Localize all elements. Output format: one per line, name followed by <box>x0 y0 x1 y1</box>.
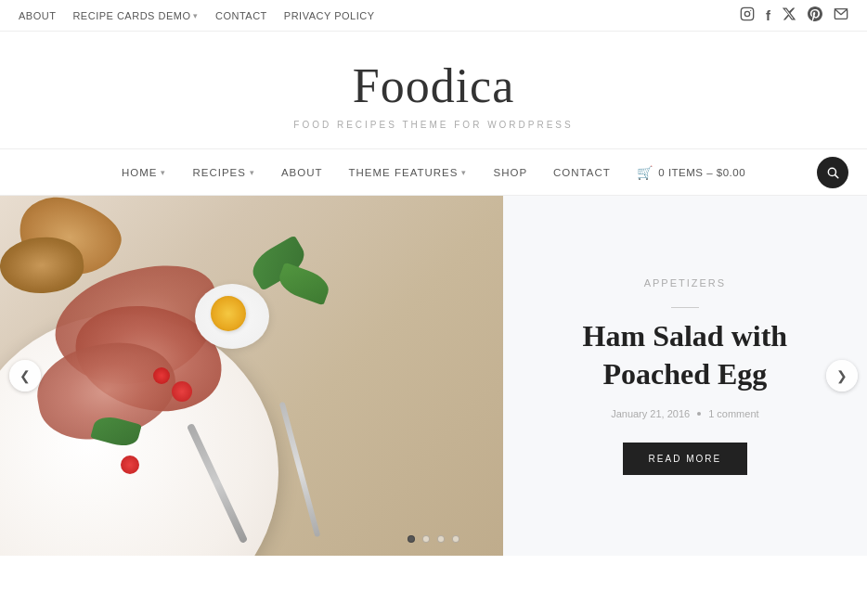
pinterest-icon[interactable] <box>808 6 822 25</box>
basil-leaf-2 <box>276 263 333 306</box>
slider-dot-2[interactable] <box>422 535 430 543</box>
recipe-cards-arrow-icon: ▾ <box>193 11 199 20</box>
hero-slider: ❮ Appetizers Ham Salad with Poached Egg <box>0 196 867 556</box>
top-bar: ABOUT RECIPE CARDS DEMO ▾ CONTACT PRIVAC… <box>0 0 867 32</box>
main-nav-items: HOME ▾ RECIPES ▾ ABOUT THEME FEATURES ▾ … <box>109 149 758 196</box>
hero-divider <box>671 307 699 308</box>
twitter-icon[interactable] <box>782 6 796 25</box>
hero-category: Appetizers <box>644 277 726 289</box>
search-button[interactable] <box>817 157 848 188</box>
nav-about[interactable]: ABOUT <box>268 149 336 196</box>
nav-theme-features[interactable]: THEME FEATURES ▾ <box>336 149 481 196</box>
social-icons: f <box>740 6 848 25</box>
svg-rect-0 <box>741 7 753 19</box>
nav-recipes[interactable]: RECIPES ▾ <box>179 149 268 196</box>
knife <box>279 402 321 537</box>
hero-title: Ham Salad with Poached Egg <box>540 317 830 394</box>
svg-line-5 <box>835 174 838 177</box>
hero-comments: 1 comment <box>708 408 758 419</box>
top-nav: ABOUT RECIPE CARDS DEMO ▾ CONTACT PRIVAC… <box>19 10 375 21</box>
instagram-icon[interactable] <box>740 6 755 25</box>
facebook-icon[interactable]: f <box>766 7 770 23</box>
home-arrow-icon: ▾ <box>161 168 166 177</box>
svg-point-2 <box>750 9 751 10</box>
theme-features-arrow-icon: ▾ <box>461 168 467 177</box>
top-nav-recipe-cards[interactable]: RECIPE CARDS DEMO ▾ <box>72 10 199 21</box>
hero-image <box>0 196 503 556</box>
recipes-arrow-icon: ▾ <box>250 168 255 177</box>
hero-date: January 21, 2016 <box>611 408 690 419</box>
site-description: FOOD RECIPES THEME FOR WORDPRESS <box>19 120 848 130</box>
egg-yolk <box>211 296 246 331</box>
site-title[interactable]: Foodica <box>19 59 848 112</box>
slider-prev-button[interactable]: ❮ <box>9 360 41 391</box>
nav-shop[interactable]: SHOP <box>480 149 540 196</box>
meta-separator <box>697 412 701 416</box>
bread-piece-2 <box>0 234 85 297</box>
cart-icon: 🛒 <box>637 165 653 180</box>
site-header: Foodica FOOD RECIPES THEME FOR WORDPRESS <box>0 32 867 149</box>
main-nav: HOME ▾ RECIPES ▾ ABOUT THEME FEATURES ▾ … <box>0 149 867 196</box>
top-nav-about[interactable]: ABOUT <box>19 10 56 21</box>
top-nav-contact[interactable]: CONTACT <box>215 10 267 21</box>
email-icon[interactable] <box>834 6 848 25</box>
slider-dot-1[interactable] <box>408 535 415 543</box>
svg-point-1 <box>744 11 749 16</box>
nav-home[interactable]: HOME ▾ <box>109 149 180 196</box>
read-more-button[interactable]: READ MORE <box>623 443 748 475</box>
slider-dots <box>408 535 459 543</box>
hero-meta: January 21, 2016 1 comment <box>611 408 758 419</box>
nav-contact[interactable]: CONTACT <box>540 149 624 196</box>
cart-label: 0 ITEMS – $0.00 <box>658 167 745 178</box>
slider-next-button[interactable]: ❯ <box>826 360 858 391</box>
slider-dot-4[interactable] <box>452 535 459 543</box>
slider-dot-3[interactable] <box>437 535 445 543</box>
top-nav-privacy[interactable]: PRIVACY POLICY <box>284 10 375 21</box>
food-canvas <box>0 196 503 556</box>
hero-content: Appetizers Ham Salad with Poached Egg Ja… <box>503 196 867 556</box>
nav-cart[interactable]: 🛒 0 ITEMS – $0.00 <box>624 165 758 180</box>
